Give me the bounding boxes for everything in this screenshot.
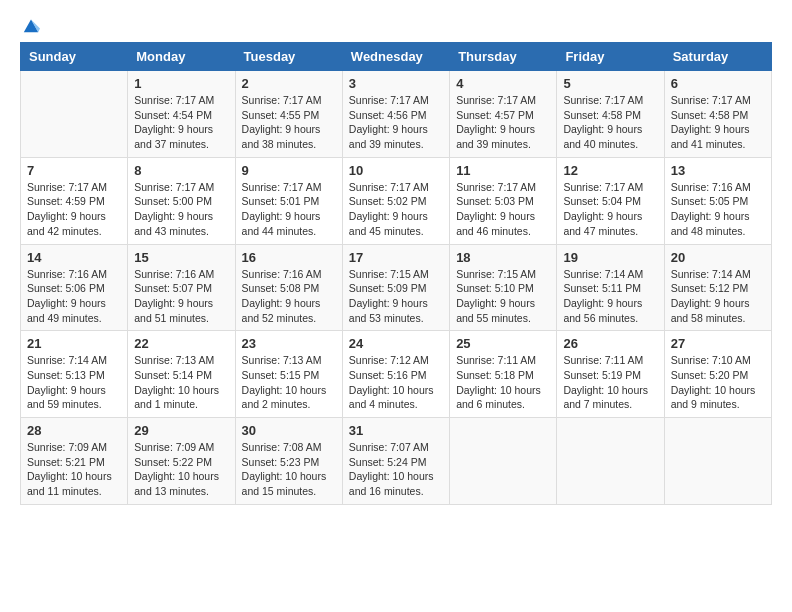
day-info: Sunrise: 7:17 AM Sunset: 4:54 PM Dayligh…: [134, 93, 228, 152]
calendar-day-14: 14Sunrise: 7:16 AM Sunset: 5:06 PM Dayli…: [21, 244, 128, 331]
calendar-day-16: 16Sunrise: 7:16 AM Sunset: 5:08 PM Dayli…: [235, 244, 342, 331]
day-header-wednesday: Wednesday: [342, 43, 449, 71]
day-info: Sunrise: 7:13 AM Sunset: 5:15 PM Dayligh…: [242, 353, 336, 412]
calendar-header-row: SundayMondayTuesdayWednesdayThursdayFrid…: [21, 43, 772, 71]
calendar-day-31: 31Sunrise: 7:07 AM Sunset: 5:24 PM Dayli…: [342, 418, 449, 505]
day-info: Sunrise: 7:07 AM Sunset: 5:24 PM Dayligh…: [349, 440, 443, 499]
calendar-day-9: 9Sunrise: 7:17 AM Sunset: 5:01 PM Daylig…: [235, 157, 342, 244]
day-number: 25: [456, 336, 550, 351]
day-header-saturday: Saturday: [664, 43, 771, 71]
day-info: Sunrise: 7:09 AM Sunset: 5:22 PM Dayligh…: [134, 440, 228, 499]
calendar-day-28: 28Sunrise: 7:09 AM Sunset: 5:21 PM Dayli…: [21, 418, 128, 505]
day-number: 27: [671, 336, 765, 351]
calendar-day-5: 5Sunrise: 7:17 AM Sunset: 4:58 PM Daylig…: [557, 71, 664, 158]
day-info: Sunrise: 7:17 AM Sunset: 5:03 PM Dayligh…: [456, 180, 550, 239]
day-number: 8: [134, 163, 228, 178]
day-number: 23: [242, 336, 336, 351]
day-info: Sunrise: 7:17 AM Sunset: 5:01 PM Dayligh…: [242, 180, 336, 239]
logo-icon: [22, 16, 40, 34]
day-number: 10: [349, 163, 443, 178]
day-number: 18: [456, 250, 550, 265]
day-info: Sunrise: 7:17 AM Sunset: 5:02 PM Dayligh…: [349, 180, 443, 239]
day-info: Sunrise: 7:14 AM Sunset: 5:11 PM Dayligh…: [563, 267, 657, 326]
calendar-empty-cell: [664, 418, 771, 505]
calendar-table: SundayMondayTuesdayWednesdayThursdayFrid…: [20, 42, 772, 505]
calendar-day-22: 22Sunrise: 7:13 AM Sunset: 5:14 PM Dayli…: [128, 331, 235, 418]
day-header-sunday: Sunday: [21, 43, 128, 71]
day-info: Sunrise: 7:09 AM Sunset: 5:21 PM Dayligh…: [27, 440, 121, 499]
calendar-day-8: 8Sunrise: 7:17 AM Sunset: 5:00 PM Daylig…: [128, 157, 235, 244]
day-header-tuesday: Tuesday: [235, 43, 342, 71]
day-number: 5: [563, 76, 657, 91]
day-info: Sunrise: 7:11 AM Sunset: 5:18 PM Dayligh…: [456, 353, 550, 412]
calendar-day-24: 24Sunrise: 7:12 AM Sunset: 5:16 PM Dayli…: [342, 331, 449, 418]
day-number: 13: [671, 163, 765, 178]
day-number: 19: [563, 250, 657, 265]
day-number: 12: [563, 163, 657, 178]
day-info: Sunrise: 7:14 AM Sunset: 5:12 PM Dayligh…: [671, 267, 765, 326]
calendar-week-row: 7Sunrise: 7:17 AM Sunset: 4:59 PM Daylig…: [21, 157, 772, 244]
calendar-day-19: 19Sunrise: 7:14 AM Sunset: 5:11 PM Dayli…: [557, 244, 664, 331]
day-number: 21: [27, 336, 121, 351]
calendar-day-21: 21Sunrise: 7:14 AM Sunset: 5:13 PM Dayli…: [21, 331, 128, 418]
day-number: 26: [563, 336, 657, 351]
day-header-monday: Monday: [128, 43, 235, 71]
day-info: Sunrise: 7:16 AM Sunset: 5:06 PM Dayligh…: [27, 267, 121, 326]
day-number: 3: [349, 76, 443, 91]
day-number: 15: [134, 250, 228, 265]
calendar-day-18: 18Sunrise: 7:15 AM Sunset: 5:10 PM Dayli…: [450, 244, 557, 331]
day-info: Sunrise: 7:14 AM Sunset: 5:13 PM Dayligh…: [27, 353, 121, 412]
day-number: 11: [456, 163, 550, 178]
day-info: Sunrise: 7:17 AM Sunset: 5:00 PM Dayligh…: [134, 180, 228, 239]
day-info: Sunrise: 7:15 AM Sunset: 5:09 PM Dayligh…: [349, 267, 443, 326]
calendar-day-20: 20Sunrise: 7:14 AM Sunset: 5:12 PM Dayli…: [664, 244, 771, 331]
day-info: Sunrise: 7:17 AM Sunset: 5:04 PM Dayligh…: [563, 180, 657, 239]
page-header: [20, 16, 772, 34]
day-info: Sunrise: 7:17 AM Sunset: 4:55 PM Dayligh…: [242, 93, 336, 152]
day-number: 31: [349, 423, 443, 438]
day-number: 22: [134, 336, 228, 351]
calendar-day-29: 29Sunrise: 7:09 AM Sunset: 5:22 PM Dayli…: [128, 418, 235, 505]
day-info: Sunrise: 7:16 AM Sunset: 5:07 PM Dayligh…: [134, 267, 228, 326]
day-info: Sunrise: 7:17 AM Sunset: 4:56 PM Dayligh…: [349, 93, 443, 152]
day-number: 9: [242, 163, 336, 178]
day-info: Sunrise: 7:16 AM Sunset: 5:08 PM Dayligh…: [242, 267, 336, 326]
day-number: 2: [242, 76, 336, 91]
day-info: Sunrise: 7:08 AM Sunset: 5:23 PM Dayligh…: [242, 440, 336, 499]
calendar-week-row: 1Sunrise: 7:17 AM Sunset: 4:54 PM Daylig…: [21, 71, 772, 158]
day-header-friday: Friday: [557, 43, 664, 71]
calendar-day-30: 30Sunrise: 7:08 AM Sunset: 5:23 PM Dayli…: [235, 418, 342, 505]
calendar-day-4: 4Sunrise: 7:17 AM Sunset: 4:57 PM Daylig…: [450, 71, 557, 158]
calendar-day-15: 15Sunrise: 7:16 AM Sunset: 5:07 PM Dayli…: [128, 244, 235, 331]
day-info: Sunrise: 7:16 AM Sunset: 5:05 PM Dayligh…: [671, 180, 765, 239]
day-number: 6: [671, 76, 765, 91]
day-number: 24: [349, 336, 443, 351]
day-number: 16: [242, 250, 336, 265]
day-number: 30: [242, 423, 336, 438]
day-info: Sunrise: 7:11 AM Sunset: 5:19 PM Dayligh…: [563, 353, 657, 412]
calendar-empty-cell: [21, 71, 128, 158]
calendar-day-2: 2Sunrise: 7:17 AM Sunset: 4:55 PM Daylig…: [235, 71, 342, 158]
calendar-day-1: 1Sunrise: 7:17 AM Sunset: 4:54 PM Daylig…: [128, 71, 235, 158]
day-info: Sunrise: 7:10 AM Sunset: 5:20 PM Dayligh…: [671, 353, 765, 412]
day-info: Sunrise: 7:15 AM Sunset: 5:10 PM Dayligh…: [456, 267, 550, 326]
day-header-thursday: Thursday: [450, 43, 557, 71]
calendar-day-12: 12Sunrise: 7:17 AM Sunset: 5:04 PM Dayli…: [557, 157, 664, 244]
calendar-day-27: 27Sunrise: 7:10 AM Sunset: 5:20 PM Dayli…: [664, 331, 771, 418]
day-info: Sunrise: 7:17 AM Sunset: 4:57 PM Dayligh…: [456, 93, 550, 152]
calendar-day-13: 13Sunrise: 7:16 AM Sunset: 5:05 PM Dayli…: [664, 157, 771, 244]
day-number: 7: [27, 163, 121, 178]
day-info: Sunrise: 7:17 AM Sunset: 4:58 PM Dayligh…: [563, 93, 657, 152]
day-number: 4: [456, 76, 550, 91]
calendar-day-23: 23Sunrise: 7:13 AM Sunset: 5:15 PM Dayli…: [235, 331, 342, 418]
calendar-empty-cell: [450, 418, 557, 505]
day-info: Sunrise: 7:13 AM Sunset: 5:14 PM Dayligh…: [134, 353, 228, 412]
calendar-week-row: 28Sunrise: 7:09 AM Sunset: 5:21 PM Dayli…: [21, 418, 772, 505]
day-info: Sunrise: 7:12 AM Sunset: 5:16 PM Dayligh…: [349, 353, 443, 412]
day-number: 29: [134, 423, 228, 438]
logo: [20, 16, 40, 34]
day-number: 17: [349, 250, 443, 265]
day-number: 28: [27, 423, 121, 438]
calendar-week-row: 21Sunrise: 7:14 AM Sunset: 5:13 PM Dayli…: [21, 331, 772, 418]
calendar-day-3: 3Sunrise: 7:17 AM Sunset: 4:56 PM Daylig…: [342, 71, 449, 158]
